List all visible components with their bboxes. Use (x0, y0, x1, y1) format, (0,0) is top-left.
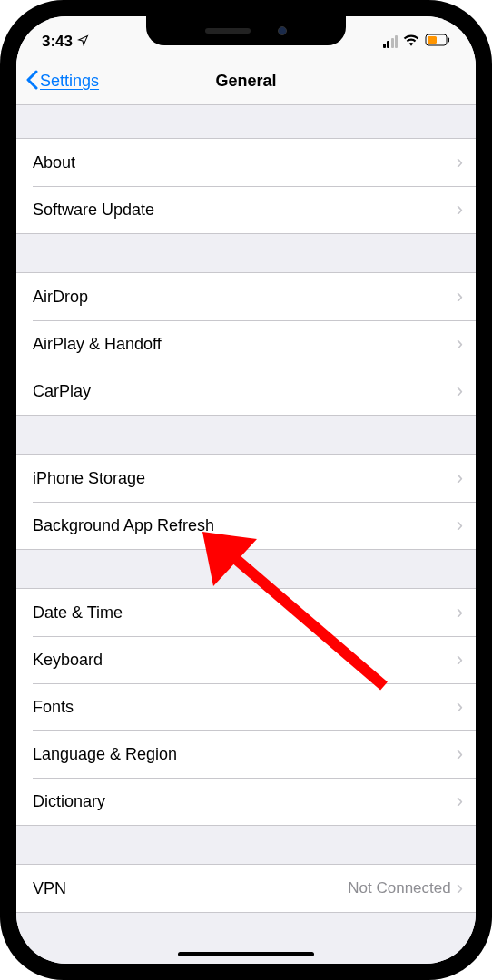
chevron-right-icon: › (457, 334, 463, 354)
phone-frame: 3:43 (0, 0, 492, 980)
row-label: VPN (33, 879, 66, 898)
nav-bar: Settings General (16, 58, 476, 105)
section-gap (16, 234, 476, 272)
row-label: Software Update (33, 201, 154, 220)
section-gap (16, 550, 476, 588)
svg-rect-2 (428, 36, 437, 44)
chevron-right-icon: › (457, 697, 463, 717)
section-gap (16, 826, 476, 864)
row-label: Keyboard (33, 651, 103, 670)
status-left: 3:43 (42, 33, 89, 51)
speaker (205, 28, 251, 34)
row-airdrop[interactable]: AirDrop › (16, 273, 476, 320)
row-label: About (33, 153, 75, 172)
chevron-left-icon (25, 70, 38, 93)
row-label: Fonts (33, 698, 74, 717)
chevron-right-icon: › (457, 468, 463, 488)
chevron-right-icon: › (457, 381, 463, 401)
section-gap (16, 105, 476, 138)
notch (146, 16, 346, 45)
chevron-right-icon: › (457, 515, 463, 535)
section-1: AirDrop › AirPlay & Handoff › CarPlay › (16, 272, 476, 416)
row-label: Background App Refresh (33, 516, 214, 535)
row-label: AirPlay & Handoff (33, 335, 162, 354)
row-label: AirDrop (33, 288, 88, 307)
row-dictionary[interactable]: Dictionary › (16, 778, 476, 825)
row-label: Language & Region (33, 745, 177, 764)
chevron-right-icon: › (457, 744, 463, 764)
status-right (383, 34, 451, 50)
home-indicator[interactable] (178, 952, 314, 956)
section-gap (16, 416, 476, 454)
settings-content[interactable]: About › Software Update › AirDrop › AirP… (16, 105, 476, 964)
chevron-right-icon: › (457, 650, 463, 670)
row-about[interactable]: About › (16, 139, 476, 186)
row-label: Dictionary (33, 792, 105, 811)
row-label: iPhone Storage (33, 469, 145, 488)
screen: 3:43 (16, 16, 476, 964)
chevron-right-icon: › (457, 603, 463, 622)
page-title: General (215, 72, 276, 91)
chevron-right-icon: › (457, 791, 463, 811)
row-label: Date & Time (33, 603, 123, 622)
cellular-signal-icon (383, 35, 399, 48)
row-background-app-refresh[interactable]: Background App Refresh › (16, 502, 476, 549)
row-fonts[interactable]: Fonts › (16, 683, 476, 730)
chevron-right-icon: › (457, 152, 463, 172)
row-language-region[interactable]: Language & Region › (16, 730, 476, 778)
section-0: About › Software Update › (16, 138, 476, 234)
status-time: 3:43 (42, 33, 73, 51)
row-keyboard[interactable]: Keyboard › (16, 636, 476, 683)
chevron-right-icon: › (457, 200, 463, 220)
camera-icon (278, 26, 287, 35)
row-software-update[interactable]: Software Update › (16, 186, 476, 233)
location-arrow-icon (77, 33, 89, 51)
battery-icon (425, 34, 450, 50)
section-4: VPN Not Connected › (16, 864, 476, 913)
row-airplay-handoff[interactable]: AirPlay & Handoff › (16, 320, 476, 368)
wifi-icon (403, 34, 419, 50)
row-value: Not Connected (348, 879, 450, 897)
row-iphone-storage[interactable]: iPhone Storage › (16, 455, 476, 502)
back-button[interactable]: Settings (25, 70, 99, 93)
chevron-right-icon: › (457, 878, 463, 898)
row-vpn[interactable]: VPN Not Connected › (16, 865, 476, 912)
row-date-time[interactable]: Date & Time › (16, 589, 476, 636)
chevron-right-icon: › (457, 287, 463, 307)
section-2: iPhone Storage › Background App Refresh … (16, 454, 476, 550)
section-3: Date & Time › Keyboard › Fonts › Languag… (16, 588, 476, 826)
row-carplay[interactable]: CarPlay › (16, 368, 476, 415)
svg-rect-1 (448, 38, 449, 43)
row-label: CarPlay (33, 382, 91, 401)
back-label: Settings (40, 72, 99, 91)
